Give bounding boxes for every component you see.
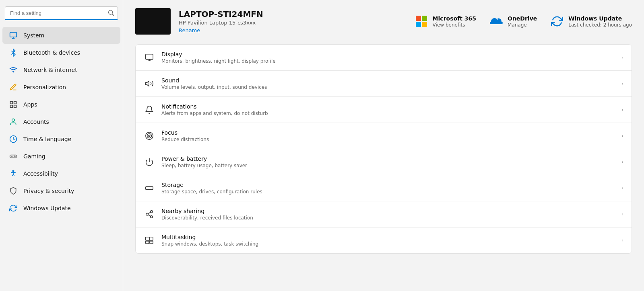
- setting-storage[interactable]: Storage Storage space, drives, configura…: [136, 175, 632, 201]
- svg-rect-3: [10, 102, 13, 104]
- svg-rect-31: [150, 237, 153, 240]
- svg-line-29: [148, 212, 151, 214]
- sidebar-item-apps[interactable]: Apps: [2, 96, 120, 113]
- personalization-icon: [9, 83, 18, 92]
- focus-desc: Reduce distractions: [161, 137, 615, 142]
- svg-point-7: [12, 119, 15, 122]
- privacy-icon: [9, 186, 18, 195]
- sidebar-item-accounts[interactable]: Accounts: [2, 113, 120, 130]
- power-desc: Sleep, battery usage, battery saver: [161, 163, 615, 168]
- chevron-right-icon: ›: [621, 133, 623, 139]
- svg-rect-30: [146, 237, 150, 240]
- svg-rect-15: [146, 54, 153, 59]
- main-content: LAPTOP-STI24MFN HP Pavilion Laptop 15-cs…: [123, 0, 644, 291]
- svg-rect-33: [150, 241, 153, 244]
- setting-notifications[interactable]: Notifications Alerts from apps and syste…: [136, 97, 632, 123]
- sound-icon: [144, 78, 155, 89]
- multitasking-desc: Snap windows, desktops, task switching: [161, 241, 615, 247]
- display-title: Display: [161, 51, 615, 57]
- svg-point-21: [149, 135, 150, 137]
- microsoft365-icon: [414, 14, 429, 29]
- power-title: Power & battery: [161, 156, 615, 162]
- setting-power[interactable]: Power & battery Sleep, battery usage, ba…: [136, 149, 632, 175]
- sidebar-item-personalization[interactable]: Personalization: [2, 79, 120, 96]
- service-windows-update[interactable]: Windows Update Last checked: 2 hours ago: [550, 14, 632, 29]
- sidebar-item-label-accounts: Accounts: [23, 119, 49, 125]
- windows-update-desc: Last checked: 2 hours ago: [568, 22, 632, 28]
- svg-point-25: [151, 211, 153, 213]
- nav-list: System Bluetooth & devices Network & int…: [0, 27, 123, 217]
- svg-rect-32: [146, 241, 149, 244]
- apps-icon: [9, 100, 18, 109]
- svg-rect-13: [10, 155, 17, 158]
- sidebar-item-accessibility[interactable]: Accessibility: [2, 165, 120, 182]
- storage-title: Storage: [161, 182, 615, 188]
- sidebar-item-label-time: Time & language: [23, 136, 71, 142]
- sidebar-item-time[interactable]: Time & language: [2, 131, 120, 148]
- accessibility-icon: [9, 169, 18, 178]
- sidebar-item-update[interactable]: Windows Update: [2, 200, 120, 217]
- storage-icon: [144, 182, 155, 194]
- setting-multitasking[interactable]: Multitasking Snap windows, desktops, tas…: [136, 227, 632, 253]
- service-onedrive[interactable]: OneDrive Manage: [489, 14, 537, 29]
- chevron-right-icon: ›: [621, 159, 623, 165]
- nearby-desc: Discoverability, received files location: [161, 215, 615, 221]
- sidebar-item-label-gaming: Gaming: [23, 153, 45, 160]
- windows-update-name: Windows Update: [568, 15, 632, 22]
- time-icon: [9, 135, 18, 143]
- multitasking-title: Multitasking: [161, 234, 615, 240]
- service-microsoft365[interactable]: Microsoft 365 View benefits: [414, 14, 476, 29]
- svg-marker-18: [146, 81, 149, 86]
- display-desc: Monitors, brightness, night light, displ…: [161, 58, 615, 64]
- sidebar-item-label-apps: Apps: [23, 101, 37, 108]
- sidebar-item-label-system: System: [23, 32, 44, 39]
- chevron-right-icon: ›: [621, 107, 623, 113]
- onedrive-name: OneDrive: [508, 15, 537, 22]
- svg-rect-4: [14, 102, 17, 104]
- display-icon: [144, 52, 155, 63]
- sidebar-item-privacy[interactable]: Privacy & security: [2, 182, 120, 199]
- sidebar-item-label-network: Network & internet: [23, 67, 77, 73]
- sound-desc: Volume levels, output, input, sound devi…: [161, 84, 615, 90]
- windows-update-icon: [550, 14, 564, 29]
- update-icon: [9, 204, 18, 213]
- svg-point-20: [147, 134, 152, 138]
- system-icon: [9, 31, 18, 40]
- focus-icon: [144, 130, 155, 141]
- device-model: HP Pavilion Laptop 15-cs3xxx: [179, 20, 263, 26]
- svg-point-14: [12, 170, 14, 172]
- svg-line-28: [148, 215, 151, 216]
- svg-rect-6: [10, 105, 13, 108]
- search-input[interactable]: [5, 6, 118, 20]
- nearby-title: Nearby sharing: [161, 208, 615, 214]
- power-icon: [144, 156, 155, 168]
- gaming-icon: [9, 152, 18, 161]
- header-services: Microsoft 365 View benefits OneDrive Man…: [414, 14, 632, 29]
- bluetooth-icon: [9, 48, 18, 57]
- chevron-right-icon: ›: [621, 81, 623, 86]
- multitasking-icon: [144, 235, 155, 246]
- search-icon: [108, 10, 114, 17]
- svg-point-27: [151, 216, 153, 218]
- onedrive-icon: [489, 14, 504, 29]
- rename-link[interactable]: Rename: [179, 27, 200, 33]
- chevron-right-icon: ›: [621, 185, 623, 191]
- setting-focus[interactable]: Focus Reduce distractions ›: [136, 123, 632, 149]
- setting-nearby[interactable]: Nearby sharing Discoverability, received…: [136, 201, 632, 227]
- chevron-right-icon: ›: [621, 55, 623, 60]
- setting-sound[interactable]: Sound Volume levels, output, input, soun…: [136, 71, 632, 97]
- sidebar: System Bluetooth & devices Network & int…: [0, 0, 123, 291]
- focus-title: Focus: [161, 129, 615, 136]
- network-icon: [9, 66, 18, 74]
- sidebar-item-gaming[interactable]: Gaming: [2, 148, 120, 165]
- sidebar-item-network[interactable]: Network & internet: [2, 61, 120, 78]
- device-name: LAPTOP-STI24MFN: [179, 9, 263, 19]
- sidebar-item-bluetooth[interactable]: Bluetooth & devices: [2, 44, 120, 61]
- svg-point-26: [146, 213, 149, 215]
- sidebar-item-label-personalization: Personalization: [23, 84, 66, 90]
- sidebar-item-system[interactable]: System: [2, 27, 120, 44]
- device-info: LAPTOP-STI24MFN HP Pavilion Laptop 15-cs…: [179, 9, 263, 33]
- sidebar-item-label-accessibility: Accessibility: [23, 170, 58, 177]
- setting-display[interactable]: Display Monitors, brightness, night ligh…: [136, 45, 632, 71]
- nearby-icon: [144, 209, 155, 220]
